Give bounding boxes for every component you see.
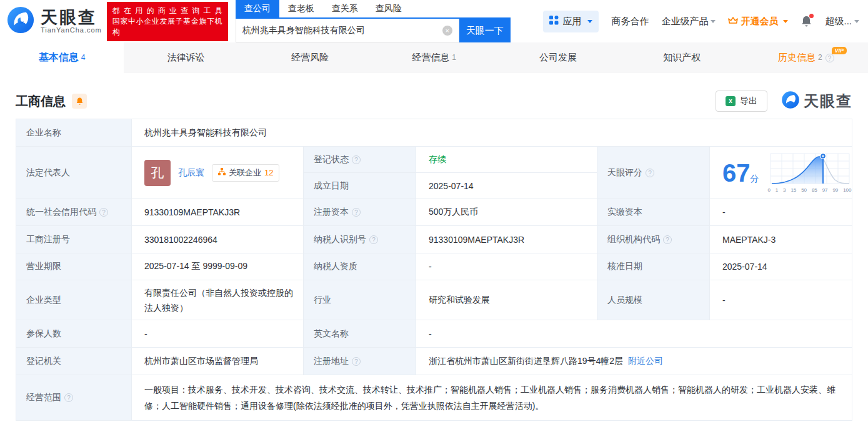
- score-axis-ticks: 0131550859799100: [768, 187, 852, 193]
- menu-business-cooperation[interactable]: 商务合作: [611, 16, 649, 27]
- score-number: 67: [722, 159, 751, 187]
- field-value-legal-rep: 孔 孔辰寰 关联企业 12: [132, 147, 304, 199]
- field-value-insured-count: -: [132, 320, 304, 348]
- tab-label: 历史信息: [778, 52, 816, 64]
- field-label-enterprise-name: 企业名称: [16, 119, 132, 147]
- help-icon[interactable]: [826, 54, 834, 62]
- related-companies-badge[interactable]: 关联企业 12: [212, 164, 279, 182]
- crown-icon: [728, 16, 738, 27]
- field-value-credit-code: 91330109MAEPTAKJ3R: [132, 199, 304, 226]
- field-label-taxpayer-id: 纳税人识别号: [304, 226, 416, 253]
- status-badge: 存续: [429, 154, 446, 164]
- chevron-down-icon: [783, 20, 788, 23]
- field-value-staff-size: -: [710, 280, 852, 320]
- field-label-reg-capital: 注册资本: [304, 199, 416, 226]
- user-name: 超级...: [825, 16, 852, 27]
- search-button[interactable]: 天眼一下: [459, 19, 511, 42]
- field-label-credit-code: 统一社会信用代码: [16, 199, 132, 226]
- field-value-enterprise-name: 杭州兆丰具身智能科技有限公司: [132, 119, 852, 147]
- main-content: 工商信息 导出 天眼查: [0, 89, 868, 421]
- help-icon[interactable]: [352, 155, 361, 164]
- field-label-legal-rep: 法定代表人: [16, 147, 132, 199]
- watermark-logo: 天眼查: [781, 91, 852, 112]
- field-label-company-type: 企业类型: [16, 280, 132, 320]
- notification-dot: [809, 14, 814, 18]
- field-label-reg-status: 登记状态: [304, 147, 416, 173]
- legal-rep-name-link[interactable]: 孔辰寰: [178, 167, 204, 179]
- header-logo[interactable]: 天眼查 TianYanCha.com: [6, 6, 102, 37]
- slogan-line2: 国家中小企业发展子基金旗下机构: [112, 16, 222, 37]
- tab-operation-risk[interactable]: 经营风险: [248, 42, 372, 73]
- field-label-approval-date: 核准日期: [597, 253, 710, 280]
- field-label-reg-address: 注册地址: [304, 348, 416, 375]
- legal-rep-avatar[interactable]: 孔: [144, 160, 171, 186]
- tab-label: 法律诉讼: [167, 52, 205, 64]
- tab-label: 公司发展: [539, 52, 577, 64]
- export-label: 导出: [740, 96, 757, 107]
- search-tab-company[interactable]: 查公司: [236, 0, 279, 17]
- field-value-approval-date: 2025-07-14: [710, 253, 852, 280]
- section-title: 工商信息: [16, 93, 66, 110]
- field-value-business-term: 2025-07-14 至 9999-09-09: [132, 253, 304, 280]
- search-area: 查公司 查老板 查关系 查风险 天眼一下: [236, 0, 511, 42]
- clear-input-icon[interactable]: [442, 26, 452, 36]
- notification-bell-icon[interactable]: [801, 15, 812, 27]
- search-tab-risk[interactable]: 查风险: [367, 0, 411, 17]
- tab-operation-info[interactable]: 经营信息 1: [372, 42, 496, 73]
- tab-history-info[interactable]: 历史信息 2 VIP: [744, 42, 868, 73]
- help-icon[interactable]: [663, 235, 672, 244]
- section-header: 工商信息 导出 天眼查: [16, 89, 852, 114]
- field-value-score[interactable]: 67分: [710, 147, 852, 199]
- help-icon[interactable]: [352, 208, 361, 217]
- related-label: 关联企业: [229, 167, 261, 179]
- field-label-org-code: 组织机构代码: [597, 226, 710, 253]
- company-nav-tabs: 基本信息 4 法律诉讼 经营风险 经营信息 1 公司发展 知识产权 历史信息 2…: [0, 42, 868, 73]
- field-value-paid-capital: -: [710, 199, 852, 226]
- apps-grid-icon: [549, 16, 559, 27]
- open-vip-button[interactable]: 开通会员: [728, 16, 788, 27]
- field-value-org-code: MAEPTAKJ-3: [710, 226, 852, 253]
- help-icon[interactable]: [646, 169, 654, 177]
- export-button[interactable]: 导出: [716, 91, 767, 112]
- field-value-reg-capital: 500万人民币: [416, 199, 597, 226]
- tab-label: 经营信息: [412, 52, 449, 64]
- apps-label: 应用: [562, 16, 581, 27]
- field-value-establish-date: 2025-07-14: [416, 173, 597, 199]
- field-label-insured-count: 参保人数: [16, 320, 132, 348]
- help-icon[interactable]: [64, 393, 73, 402]
- search-tab-relation[interactable]: 查关系: [323, 0, 367, 17]
- tab-label: 知识产权: [663, 52, 701, 64]
- score-unit: 分: [751, 174, 759, 184]
- help-icon[interactable]: [352, 357, 361, 366]
- field-value-reg-number: 330181002246964: [132, 226, 304, 253]
- vip-label: 开通会员: [741, 16, 778, 27]
- announcement-bell-icon[interactable]: [72, 94, 87, 109]
- tab-basic-info[interactable]: 基本信息 4: [0, 42, 124, 73]
- tianyancha-swirl-icon: [6, 6, 35, 37]
- nearby-companies-link[interactable]: 附近公司: [628, 356, 663, 366]
- enterprise-product-label: 企业级产品: [661, 16, 708, 27]
- top-header: 天眼查 TianYanCha.com 都在用的商业查询工具 国家中小企业发展子基…: [0, 0, 868, 42]
- search-tabs: 查公司 查老板 查关系 查风险: [236, 0, 511, 19]
- tab-legal-litigation[interactable]: 法律诉讼: [124, 42, 247, 73]
- tab-intellectual-property[interactable]: 知识产权: [620, 42, 744, 73]
- tab-company-development[interactable]: 公司发展: [496, 42, 620, 73]
- menu-enterprise-product[interactable]: 企业级产品: [661, 16, 716, 27]
- field-value-reg-authority: 杭州市萧山区市场监督管理局: [132, 348, 304, 375]
- tab-label: 经营风险: [291, 52, 329, 64]
- business-info-table: 企业名称 杭州兆丰具身智能科技有限公司 法定代表人 孔 孔辰寰: [16, 119, 852, 421]
- slogan-badge: 都在用的商业查询工具 国家中小企业发展子基金旗下机构: [107, 2, 228, 41]
- field-label-establish-date: 成立日期: [304, 173, 416, 199]
- company-search-input[interactable]: [236, 26, 442, 36]
- apps-button[interactable]: 应用: [543, 11, 599, 32]
- tab-count: 2: [818, 53, 822, 62]
- help-icon[interactable]: [99, 208, 108, 217]
- field-value-company-type: 有限责任公司（非自然人投资或控股的法人独资）: [132, 280, 304, 320]
- search-tab-boss[interactable]: 查老板: [279, 0, 323, 17]
- top-menu: 应用 商务合作 企业级产品 开通会员 超级...: [543, 11, 859, 32]
- field-value-reg-address: 浙江省杭州市萧山区新街街道垦辉八路19号4幢2层 附近公司: [416, 348, 852, 375]
- tab-label: 基本信息: [39, 51, 79, 64]
- user-account-menu[interactable]: 超级...: [825, 16, 859, 27]
- logo-title: 天眼查: [41, 9, 102, 26]
- help-icon[interactable]: [369, 235, 378, 244]
